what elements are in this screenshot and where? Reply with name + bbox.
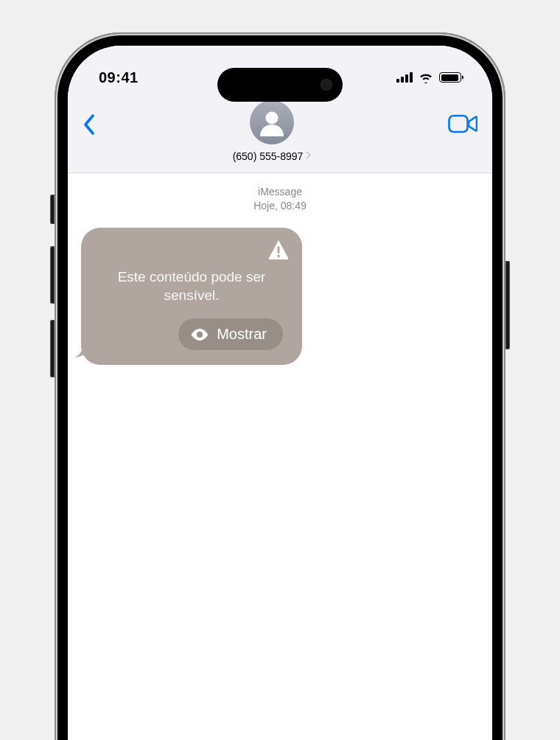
- volume-down-button[interactable]: [50, 320, 55, 377]
- wifi-icon: [419, 72, 433, 83]
- thread-timestamp: iMessage Hoje, 08:49: [81, 185, 479, 213]
- sensitive-warning-text: Este conteúdo pode ser sensível.: [100, 268, 283, 305]
- contact-info[interactable]: (650) 555-8997: [233, 100, 312, 162]
- video-camera-icon: [448, 114, 477, 134]
- power-button[interactable]: [505, 261, 510, 349]
- person-silhouette-icon: [256, 107, 287, 138]
- phone-frame: 09:41: [55, 32, 505, 740]
- volume-up-button[interactable]: [50, 246, 55, 304]
- incoming-message-row: Este conteúdo pode ser sensível. Mostrar: [81, 228, 479, 365]
- facetime-button[interactable]: [448, 100, 477, 137]
- svg-point-4: [197, 331, 203, 337]
- contact-phone-label: (650) 555-8997: [233, 150, 304, 162]
- show-content-button[interactable]: Mostrar: [178, 318, 283, 350]
- message-thread[interactable]: iMessage Hoje, 08:49 Este c: [68, 173, 492, 740]
- status-time: 09:41: [99, 69, 139, 86]
- cellular-signal-icon: [396, 72, 413, 83]
- show-button-label: Mostrar: [217, 326, 267, 343]
- svg-point-0: [266, 112, 279, 125]
- svg-rect-1: [449, 116, 468, 132]
- status-icons: [396, 72, 461, 83]
- screen: 09:41: [68, 46, 492, 740]
- svg-point-3: [277, 254, 280, 257]
- front-camera: [321, 79, 332, 91]
- chevron-right-icon: [306, 151, 311, 161]
- back-button[interactable]: [83, 100, 96, 139]
- battery-icon: [439, 72, 461, 83]
- chevron-left-icon: [83, 114, 96, 136]
- avatar: [250, 100, 294, 144]
- svg-rect-2: [278, 246, 280, 254]
- dynamic-island: [217, 68, 343, 102]
- service-label: iMessage: [81, 185, 479, 199]
- warning-triangle-icon: [267, 238, 290, 262]
- sensitive-content-bubble[interactable]: Este conteúdo pode ser sensível. Mostrar: [81, 228, 302, 365]
- bubble-tail: [75, 341, 91, 357]
- timestamp-label: Hoje, 08:49: [81, 199, 479, 213]
- mute-switch[interactable]: [50, 195, 55, 224]
- conversation-header: (650) 555-8997: [68, 93, 492, 173]
- eye-icon: [190, 328, 209, 341]
- contact-name: (650) 555-8997: [233, 150, 312, 162]
